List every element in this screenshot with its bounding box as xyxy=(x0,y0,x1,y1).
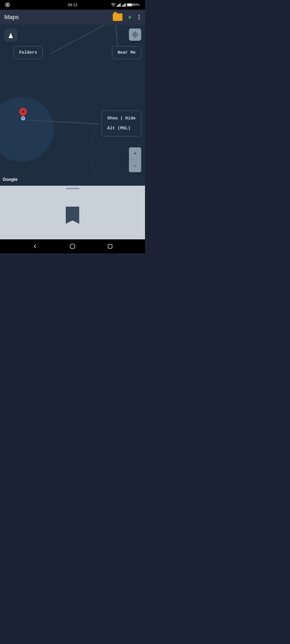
svg-point-0 xyxy=(113,6,114,6)
compass-button[interactable] xyxy=(4,28,18,42)
wifi-icon xyxy=(111,3,115,7)
compass-arrow-icon xyxy=(9,33,13,38)
svg-line-1 xyxy=(50,25,105,54)
svg-rect-7 xyxy=(108,244,112,248)
pin-head-icon xyxy=(18,106,28,117)
more-options-button[interactable] xyxy=(137,14,141,21)
navigation-bar xyxy=(0,239,145,253)
folder-button[interactable] xyxy=(113,13,122,21)
zoom-out-button[interactable]: − xyxy=(129,160,141,172)
battery-indicator: 99% xyxy=(127,3,140,7)
header-icons xyxy=(113,13,141,21)
zoom-in-button[interactable]: + xyxy=(129,147,141,160)
map-area: Folders Near Me Show | Hide Alt (MSL) + … xyxy=(0,25,145,186)
google-label: Google xyxy=(3,177,17,182)
show-hide-line2: Alt (MSL) xyxy=(107,125,136,132)
battery-percentage: 99% xyxy=(133,3,140,7)
gps-icon xyxy=(132,31,139,38)
home-button[interactable] xyxy=(70,243,75,249)
location-radius-circle xyxy=(0,97,54,162)
status-bar-left xyxy=(5,3,10,7)
bottom-panel xyxy=(0,186,145,239)
status-bar: 09:13 99% xyxy=(0,0,145,10)
svg-point-4 xyxy=(134,34,136,36)
camera-icon xyxy=(5,3,10,7)
near-me-button[interactable] xyxy=(127,14,133,20)
near-me-tooltip[interactable]: Near Me xyxy=(112,46,141,59)
recents-button[interactable] xyxy=(107,243,113,249)
folders-tooltip[interactable]: Folders xyxy=(13,46,43,59)
show-hide-tooltip[interactable]: Show | Hide Alt (MSL) xyxy=(102,111,141,136)
show-hide-line1: Show | Hide xyxy=(107,115,136,122)
current-location-dot xyxy=(21,116,25,120)
drag-handle[interactable] xyxy=(66,188,79,189)
folders-tooltip-text: Folders xyxy=(19,50,37,55)
status-bar-right: 99% xyxy=(111,3,140,7)
back-button[interactable] xyxy=(32,243,38,249)
near-me-tooltip-text: Near Me xyxy=(118,50,136,55)
signal-icon-2 xyxy=(122,3,126,7)
zoom-controls: + − xyxy=(129,147,141,172)
app-header: Maps xyxy=(0,10,145,25)
bookmark-icon xyxy=(66,207,79,224)
gps-button[interactable] xyxy=(129,28,141,41)
svg-point-6 xyxy=(70,244,75,249)
location-pin[interactable] xyxy=(19,108,27,120)
signal-icon-1 xyxy=(117,3,121,7)
status-time: 09:13 xyxy=(68,3,77,7)
app-title: Maps xyxy=(4,14,110,21)
